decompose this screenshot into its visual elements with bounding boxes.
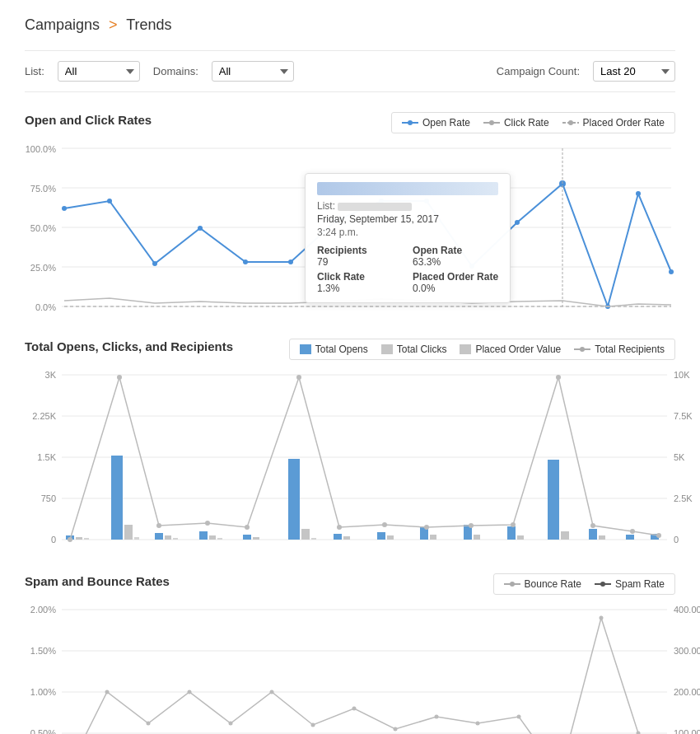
campaign-count-select[interactable]: Last 20 xyxy=(593,61,675,82)
svg-point-96 xyxy=(656,533,661,538)
svg-text:1.5K: 1.5K xyxy=(37,452,56,462)
svg-text:0.50%: 0.50% xyxy=(30,728,56,734)
tooltip-click-rate-value: 1.3% xyxy=(317,283,403,294)
svg-point-117 xyxy=(105,690,110,694)
tooltip-date: Friday, September 15, 2017 xyxy=(317,213,498,225)
svg-text:100.00%: 100.00% xyxy=(674,728,700,734)
chart1-tooltip: List: Friday, September 15, 2017 3:24 p.… xyxy=(305,173,511,303)
svg-rect-52 xyxy=(111,456,123,540)
svg-text:0: 0 xyxy=(51,535,56,545)
svg-point-94 xyxy=(590,523,595,528)
svg-rect-58 xyxy=(199,531,208,540)
svg-rect-54 xyxy=(134,537,139,540)
svg-rect-80 xyxy=(626,535,634,540)
tooltip-list-label: List: xyxy=(317,200,498,212)
svg-rect-59 xyxy=(209,535,216,540)
svg-point-33 xyxy=(580,347,585,352)
chart1-title: Open and Click Rates xyxy=(25,113,152,127)
svg-point-126 xyxy=(476,722,480,726)
svg-point-86 xyxy=(245,525,250,530)
svg-rect-66 xyxy=(334,534,342,540)
legend-total-recipients: Total Recipients xyxy=(574,344,665,355)
chart3-svg: 2.00% 1.50% 1.00% 0.50% 0.00% 400.00% 30… xyxy=(25,601,675,734)
svg-rect-69 xyxy=(387,535,394,540)
legend-placed-order-rate: Placed Order Rate xyxy=(562,117,665,129)
svg-text:25.0%: 25.0% xyxy=(30,263,56,273)
svg-point-18 xyxy=(152,261,157,266)
chart2-title: Total Opens, Clicks, and Recipients xyxy=(25,339,233,353)
breadcrumb-separator: > xyxy=(109,16,118,33)
breadcrumb-parent[interactable]: Campaigns xyxy=(25,16,100,33)
svg-text:7.5K: 7.5K xyxy=(674,411,693,421)
svg-text:5K: 5K xyxy=(674,452,685,462)
tooltip-click-rate-label: Click Rate xyxy=(317,271,403,283)
svg-rect-60 xyxy=(217,538,222,540)
svg-point-88 xyxy=(337,525,342,530)
svg-text:0: 0 xyxy=(674,535,679,545)
svg-point-92 xyxy=(511,522,516,527)
breadcrumb-current: Trends xyxy=(126,16,171,33)
svg-rect-53 xyxy=(124,525,133,540)
svg-text:10K: 10K xyxy=(674,370,690,380)
svg-point-84 xyxy=(156,523,161,528)
svg-rect-62 xyxy=(253,537,259,540)
chart3-title: Spam and Bounce Rates xyxy=(25,574,170,588)
svg-point-100 xyxy=(600,582,605,587)
svg-rect-79 xyxy=(599,535,605,540)
svg-point-119 xyxy=(188,690,192,694)
svg-text:100.0%: 100.0% xyxy=(26,144,57,154)
svg-rect-76 xyxy=(548,460,559,540)
svg-point-29 xyxy=(636,191,641,196)
svg-rect-64 xyxy=(301,529,310,540)
svg-rect-74 xyxy=(507,526,516,540)
svg-text:2.25K: 2.25K xyxy=(32,411,56,421)
chart2-svg: 3K 2.25K 1.5K 750 0 10K 7.5K 5K 2.5K 0 xyxy=(25,367,675,548)
svg-text:1.00%: 1.00% xyxy=(30,687,56,697)
tooltip-recipients-label: Recipients xyxy=(317,245,403,256)
svg-point-20 xyxy=(243,259,248,264)
svg-point-95 xyxy=(630,529,635,534)
svg-point-30 xyxy=(669,269,674,274)
svg-rect-51 xyxy=(84,538,89,540)
tooltip-time: 3:24 p.m. xyxy=(317,227,498,238)
svg-rect-77 xyxy=(561,531,569,540)
domains-filter-label: Domains: xyxy=(153,65,198,77)
filters-bar: List: All Domains: All Campaign Count: L… xyxy=(25,50,675,92)
svg-point-127 xyxy=(517,715,521,719)
svg-point-122 xyxy=(311,723,315,727)
svg-rect-50 xyxy=(76,537,82,540)
svg-text:750: 750 xyxy=(41,493,56,503)
svg-text:1.50%: 1.50% xyxy=(30,646,56,656)
chart2-legend: Total Opens Total Clicks Placed Order Va… xyxy=(289,339,675,360)
svg-point-123 xyxy=(352,707,357,711)
tooltip-open-rate-value: 63.3% xyxy=(413,256,498,268)
svg-point-118 xyxy=(147,722,151,726)
svg-rect-65 xyxy=(311,538,316,540)
domains-filter-select[interactable]: All xyxy=(212,61,294,82)
list-filter-select[interactable]: All xyxy=(58,61,140,82)
svg-point-87 xyxy=(296,375,301,380)
svg-text:3K: 3K xyxy=(45,370,57,380)
svg-rect-67 xyxy=(343,536,350,540)
svg-point-85 xyxy=(205,521,210,526)
svg-point-129 xyxy=(600,616,604,620)
svg-point-130 xyxy=(637,732,641,735)
legend-total-opens: Total Opens xyxy=(300,344,368,355)
svg-point-120 xyxy=(229,722,233,726)
svg-text:300.00%: 300.00% xyxy=(674,646,700,656)
legend-open-rate: Open Rate xyxy=(402,117,470,129)
tooltip-recipients-value: 79 xyxy=(317,256,403,268)
svg-text:200.00%: 200.00% xyxy=(674,687,700,697)
spam-bounce-section: Spam and Bounce Rates Bounce Rate Spam R… xyxy=(25,573,675,734)
svg-point-125 xyxy=(435,715,439,719)
svg-rect-55 xyxy=(155,533,163,540)
svg-point-83 xyxy=(117,375,122,380)
svg-point-3 xyxy=(489,120,494,125)
svg-point-98 xyxy=(510,582,515,587)
svg-point-19 xyxy=(198,226,203,231)
svg-rect-63 xyxy=(288,459,300,540)
chart3-legend: Bounce Rate Spam Rate xyxy=(493,573,675,595)
svg-rect-71 xyxy=(430,535,436,540)
svg-rect-75 xyxy=(517,535,524,540)
svg-rect-61 xyxy=(243,535,251,540)
